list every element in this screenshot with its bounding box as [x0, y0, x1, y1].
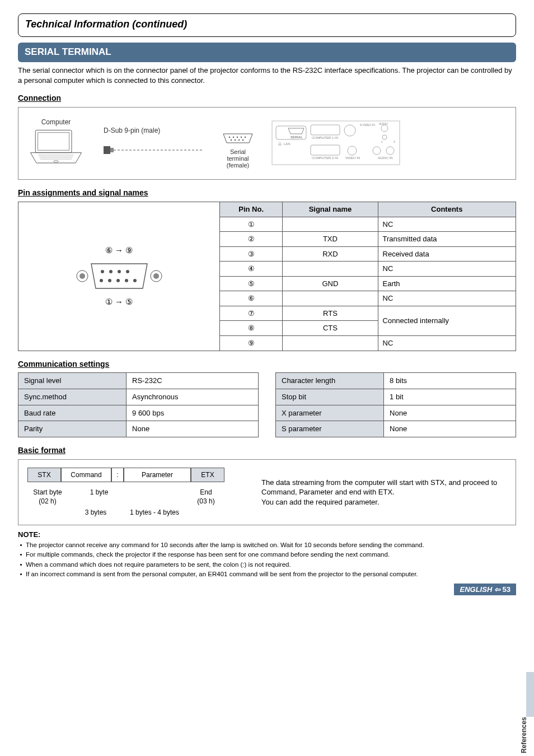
cell: ⑧ — [220, 321, 283, 336]
cell: Signal level — [18, 373, 127, 389]
col-contents: Contents — [378, 202, 516, 217]
table-row: ⑨NC — [220, 336, 516, 351]
cell: Character length — [276, 373, 384, 389]
svg-text:LAN: LAN — [284, 142, 291, 146]
table-row: ①NC — [220, 217, 516, 232]
cell: ⑤ — [220, 276, 283, 291]
footer-arrow: ⇦ — [494, 585, 500, 594]
laptop-icon — [25, 128, 87, 167]
format-cmd-row: STX Command : Parameter ETX — [27, 468, 246, 482]
list-item: When a command which does not require pa… — [26, 561, 516, 570]
connector-panel-mini: 品 LAN SERIAL COMPUTER 1 IN COMPUTER 2 IN… — [271, 120, 400, 167]
cell: NC — [378, 217, 516, 232]
svg-point-12 — [241, 137, 242, 138]
svg-text:COMPUTER 2 IN: COMPUTER 2 IN — [312, 156, 338, 160]
cell: Asynchronous — [127, 389, 259, 405]
svg-point-10 — [233, 137, 234, 138]
svg-rect-1 — [38, 133, 69, 151]
cell: Parity — [18, 421, 127, 437]
cell: NC — [378, 291, 516, 306]
cell: 9 600 bps — [127, 405, 259, 421]
serial-terminal-title: SERIAL TERMINAL — [18, 43, 516, 62]
table-row: ⑥NC — [220, 291, 516, 306]
comm-heading: Communication settings — [18, 359, 516, 370]
cell: RTS — [283, 306, 378, 321]
svg-point-14 — [231, 139, 232, 141]
svg-point-5 — [54, 161, 59, 163]
format-box: STX Command : Parameter ETX Start byte(0… — [18, 459, 516, 526]
notes-list: The projector cannot receive any command… — [18, 541, 516, 579]
cell: CTS — [283, 321, 378, 336]
svg-rect-7 — [110, 148, 114, 152]
svg-point-44 — [109, 270, 113, 273]
cell — [283, 262, 378, 277]
serial-port-icon — [221, 133, 255, 147]
ann-end1: End — [200, 488, 212, 496]
svg-point-50 — [125, 279, 128, 282]
svg-text:1: 1 — [381, 140, 383, 143]
cell — [283, 336, 378, 351]
cell: 8 bits — [384, 373, 516, 389]
svg-point-23 — [348, 146, 357, 155]
cable-block: D-Sub 9-pin (male) — [104, 126, 204, 161]
col-pin: Pin No. — [220, 202, 283, 217]
list-item: For multiple commands, check the project… — [26, 550, 516, 559]
cell: Stop bit — [276, 389, 384, 405]
svg-rect-20 — [311, 125, 340, 135]
svg-point-46 — [126, 270, 129, 273]
dsub-connector-icon — [74, 259, 164, 293]
svg-point-17 — [242, 139, 243, 141]
svg-point-45 — [118, 270, 121, 273]
connector-panel-icon: 品 LAN SERIAL COMPUTER 1 IN COMPUTER 2 IN… — [271, 120, 400, 165]
cell: ② — [220, 232, 283, 247]
pin-table: Pin No. Signal name Contents ①NC ②TXDTra… — [219, 202, 516, 351]
table-row: X parameterNone — [276, 405, 516, 421]
pin-diagram-top: ⑥ → ⑨ — [105, 245, 133, 256]
ann-bytes14: 1 bytes - 4 bytes — [118, 508, 191, 517]
svg-point-27 — [382, 135, 387, 139]
table-row: ②TXDTransmitted data — [220, 232, 516, 247]
footer-english: ENGLISH — [460, 585, 492, 594]
table-row: S parameterNone — [276, 421, 516, 437]
computer-block: Computer — [25, 118, 87, 170]
svg-point-42 — [153, 273, 159, 279]
ann-cmd1: 1 byte — [68, 488, 130, 506]
pin-diagram: ⑥ → ⑨ ① → ⑤ — [18, 202, 219, 351]
cell: ⑦ — [220, 306, 283, 321]
cell: Transmitted data — [378, 232, 516, 247]
svg-point-43 — [101, 270, 104, 273]
pins-heading: Pin assignments and signal names — [18, 188, 516, 198]
cell: NC — [378, 262, 516, 277]
svg-text:COMPUTER 1 IN: COMPUTER 1 IN — [312, 136, 338, 139]
svg-point-51 — [133, 279, 137, 282]
footer-page: 53 — [503, 585, 510, 594]
format-desc: The data streaming from the computer wil… — [261, 478, 507, 507]
svg-rect-21 — [311, 145, 340, 155]
svg-point-22 — [344, 125, 355, 136]
comm-tables: Signal levelRS-232C Sync.methodAsynchron… — [18, 372, 516, 437]
svg-rect-6 — [104, 146, 110, 154]
cell-command: Command — [61, 468, 111, 482]
cell: X parameter — [276, 405, 384, 421]
cell — [283, 291, 378, 306]
list-item: The projector cannot receive any command… — [26, 541, 516, 550]
page-section-header: Technical Information (continued) — [20, 15, 514, 35]
cable-icon — [104, 142, 204, 158]
cell: Earth — [378, 276, 516, 291]
cell: ① — [220, 217, 283, 232]
cell: Connected internally — [378, 306, 516, 335]
cell: 1 bit — [384, 389, 516, 405]
cell: None — [384, 405, 516, 421]
svg-text:品: 品 — [278, 142, 282, 146]
table-header-row: Pin No. Signal name Contents — [220, 202, 516, 217]
connection-diagram: Computer D-Sub 9-pin (male) Serial termi… — [18, 107, 516, 180]
serial-label-2: terminal — [221, 155, 255, 162]
table-row: ⑦RTSConnected internally — [220, 306, 516, 321]
svg-point-16 — [238, 139, 240, 141]
cell: ④ — [220, 262, 283, 277]
svg-point-48 — [108, 279, 111, 282]
cell: ③ — [220, 246, 283, 262]
ann-end2: (03 h) — [197, 497, 214, 505]
cell-colon: : — [111, 468, 124, 482]
format-ann-row-2: 3 bytes 1 bytes - 4 bytes — [27, 508, 246, 517]
